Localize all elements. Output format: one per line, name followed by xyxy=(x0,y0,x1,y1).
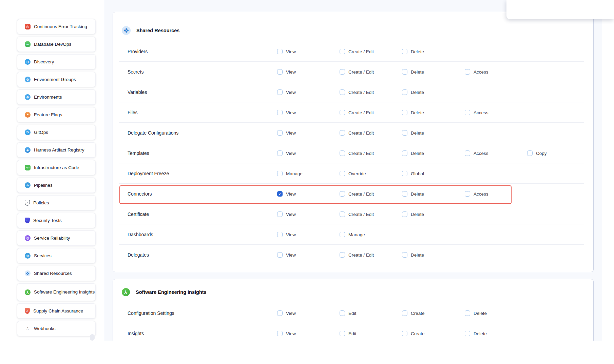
perm-insights-delete[interactable]: Delete xyxy=(465,331,487,336)
perm-variables-view[interactable]: View xyxy=(277,89,296,95)
perm-templates-view[interactable]: View xyxy=(277,150,296,156)
checkbox-unchecked[interactable] xyxy=(465,191,470,197)
perm-deployment-freeze-global[interactable]: Global xyxy=(402,171,424,176)
checkbox-unchecked[interactable] xyxy=(277,310,283,316)
checkbox-unchecked[interactable] xyxy=(340,171,345,176)
sidebar-item-security-tests[interactable]: ○Security Tests xyxy=(17,213,96,228)
perm-connectors-access[interactable]: Access xyxy=(465,191,488,197)
checkbox-unchecked[interactable] xyxy=(402,89,407,95)
perm-templates-access[interactable]: Access xyxy=(465,150,488,156)
checkbox-unchecked[interactable] xyxy=(402,331,407,336)
checkbox-unchecked[interactable] xyxy=(340,110,345,115)
checkbox-unchecked[interactable] xyxy=(465,331,470,336)
checkbox-unchecked[interactable] xyxy=(277,171,283,176)
perm-certificate-create-edit[interactable]: Create / Edit xyxy=(340,211,374,217)
checkbox-unchecked[interactable] xyxy=(277,89,283,95)
sidebar-item-policies[interactable]: ✓Policies xyxy=(17,195,96,210)
checkbox-unchecked[interactable] xyxy=(527,150,533,156)
perm-providers-create-edit[interactable]: Create / Edit xyxy=(340,49,374,54)
perm-templates-copy[interactable]: Copy xyxy=(527,150,547,156)
perm-secrets-create-edit[interactable]: Create / Edit xyxy=(340,69,374,75)
sidebar-item-webhooks[interactable]: ∴Webhooks xyxy=(17,321,96,336)
checkbox-unchecked[interactable] xyxy=(340,49,345,54)
perm-configuration-settings-create[interactable]: Create xyxy=(402,310,425,316)
perm-delegate-configurations-view[interactable]: View xyxy=(277,130,296,136)
perm-certificate-delete[interactable]: Delete xyxy=(402,211,424,217)
checkbox-unchecked[interactable] xyxy=(277,232,283,237)
perm-delegates-delete[interactable]: Delete xyxy=(402,252,424,258)
checkbox-unchecked[interactable] xyxy=(340,252,345,258)
perm-files-access[interactable]: Access xyxy=(465,110,488,115)
sidebar-item-gitops[interactable]: ↻GitOps xyxy=(17,125,96,140)
perm-templates-delete[interactable]: Delete xyxy=(402,150,424,156)
perm-configuration-settings-edit[interactable]: Edit xyxy=(340,310,356,316)
sidebar-item-shared-resources[interactable]: ◆Shared Resources xyxy=(17,266,96,281)
sidebar-scrollbar[interactable] xyxy=(90,334,95,341)
checkbox-unchecked[interactable] xyxy=(277,110,283,115)
checkbox-unchecked[interactable] xyxy=(402,150,407,156)
checkbox-unchecked[interactable] xyxy=(402,191,407,197)
checkbox-unchecked[interactable] xyxy=(277,130,283,136)
checkbox-unchecked[interactable] xyxy=(465,150,470,156)
perm-certificate-view[interactable]: View xyxy=(277,211,296,217)
perm-dashboards-manage[interactable]: Manage xyxy=(340,232,365,237)
perm-files-delete[interactable]: Delete xyxy=(402,110,424,115)
perm-configuration-settings-view[interactable]: View xyxy=(277,310,296,316)
sidebar-item-continuous-error-tracking[interactable]: ◎Continuous Error Tracking xyxy=(17,19,96,34)
checkbox-checked[interactable]: ✓ xyxy=(277,191,283,197)
checkbox-unchecked[interactable] xyxy=(277,331,283,336)
checkbox-unchecked[interactable] xyxy=(402,252,407,258)
perm-variables-delete[interactable]: Delete xyxy=(402,89,424,95)
checkbox-unchecked[interactable] xyxy=(465,110,470,115)
checkbox-unchecked[interactable] xyxy=(340,211,345,217)
perm-delegate-configurations-delete[interactable]: Delete xyxy=(402,130,424,136)
perm-connectors-view[interactable]: ✓View xyxy=(277,191,296,197)
perm-secrets-access[interactable]: Access xyxy=(465,69,488,75)
sidebar-item-feature-flags[interactable]: ⚑Feature Flags xyxy=(17,107,96,122)
perm-insights-edit[interactable]: Edit xyxy=(340,331,356,336)
perm-providers-view[interactable]: View xyxy=(277,49,296,54)
perm-deployment-freeze-override[interactable]: Override xyxy=(340,171,366,176)
checkbox-unchecked[interactable] xyxy=(277,49,283,54)
sidebar-item-discovery[interactable]: ⊙Discovery xyxy=(17,54,96,69)
perm-deployment-freeze-manage[interactable]: Manage xyxy=(277,171,303,176)
checkbox-unchecked[interactable] xyxy=(340,89,345,95)
checkbox-unchecked[interactable] xyxy=(402,130,407,136)
perm-connectors-delete[interactable]: Delete xyxy=(402,191,424,197)
perm-connectors-create-edit[interactable]: Create / Edit xyxy=(340,191,374,197)
checkbox-unchecked[interactable] xyxy=(340,130,345,136)
checkbox-unchecked[interactable] xyxy=(340,331,345,336)
perm-providers-delete[interactable]: Delete xyxy=(402,49,424,54)
sidebar-item-environments[interactable]: ⊜Environments xyxy=(17,89,96,105)
sidebar-item-pipelines[interactable]: ∿Pipelines xyxy=(17,178,96,193)
sidebar-item-harness-artifact-registry[interactable]: ◈Harness Artifact Registry xyxy=(17,142,96,158)
checkbox-unchecked[interactable] xyxy=(277,150,283,156)
sidebar-item-software-engineering-insights[interactable]: YSoftware Engineering Insights xyxy=(17,283,96,301)
checkbox-unchecked[interactable] xyxy=(277,252,283,258)
perm-configuration-settings-delete[interactable]: Delete xyxy=(465,310,487,316)
sidebar-item-database-devops[interactable]: ∞Database DevOps xyxy=(17,37,96,52)
perm-dashboards-view[interactable]: View xyxy=(277,232,296,237)
checkbox-unchecked[interactable] xyxy=(340,150,345,156)
checkbox-unchecked[interactable] xyxy=(402,310,407,316)
sidebar-item-supply-chain-assurance[interactable]: ∴Supply Chain Assurance xyxy=(17,303,96,319)
checkbox-unchecked[interactable] xyxy=(277,211,283,217)
perm-files-create-edit[interactable]: Create / Edit xyxy=(340,110,374,115)
checkbox-unchecked[interactable] xyxy=(402,171,407,176)
perm-secrets-view[interactable]: View xyxy=(277,69,296,75)
checkbox-unchecked[interactable] xyxy=(465,69,470,75)
perm-insights-view[interactable]: View xyxy=(277,331,296,336)
sidebar-item-infrastructure-as-code[interactable]: </>Infrastructure as Code xyxy=(17,160,96,175)
perm-secrets-delete[interactable]: Delete xyxy=(402,69,424,75)
checkbox-unchecked[interactable] xyxy=(402,110,407,115)
checkbox-unchecked[interactable] xyxy=(277,69,283,75)
perm-delegates-view[interactable]: View xyxy=(277,252,296,258)
perm-delegate-configurations-create-edit[interactable]: Create / Edit xyxy=(340,130,374,136)
perm-delegates-create-edit[interactable]: Create / Edit xyxy=(340,252,374,258)
checkbox-unchecked[interactable] xyxy=(340,191,345,197)
checkbox-unchecked[interactable] xyxy=(402,49,407,54)
checkbox-unchecked[interactable] xyxy=(402,211,407,217)
sidebar-item-service-reliability[interactable]: ◷Service Reliability xyxy=(17,230,96,246)
sidebar-item-services[interactable]: ⊛Services xyxy=(17,248,96,263)
checkbox-unchecked[interactable] xyxy=(340,310,345,316)
